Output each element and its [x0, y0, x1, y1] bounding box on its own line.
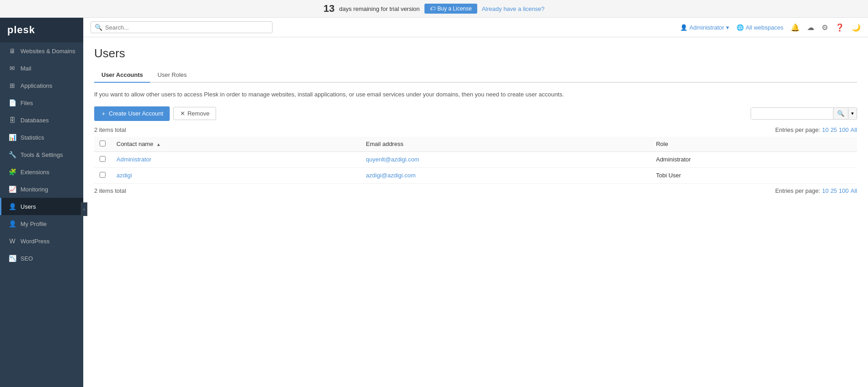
workspace-dropdown[interactable]: 🌐 All webspaces [737, 24, 783, 31]
sidebar-item-label: Tools & Settings [20, 151, 63, 158]
entries-label-top: Entries per page: [775, 126, 820, 133]
already-have-license-link[interactable]: Already have a license? [482, 5, 545, 12]
trial-days-text: days remaining for trial version [339, 5, 420, 12]
items-info-bottom: 2 items total Entries per page: 10 25 10… [94, 187, 857, 194]
sidebar-collapse-button[interactable]: ‹ [81, 202, 87, 216]
sidebar-item-seo[interactable]: 📉 SEO [0, 250, 83, 267]
my-profile-icon: 👤 [9, 220, 16, 227]
page-size-all-bottom[interactable]: All [851, 187, 857, 194]
settings-icon[interactable]: ⚙ [822, 23, 828, 32]
sidebar-item-users[interactable]: 👤 Users [0, 198, 83, 215]
search-input[interactable] [105, 24, 268, 31]
search-icon: 🔍 [95, 24, 102, 31]
table-row: Administrator quyenlt@azdigi.com Adminis… [94, 151, 857, 167]
tab-user-roles[interactable]: User Roles [150, 68, 194, 83]
email-azdigi: azdigi@azdigi.com [360, 167, 651, 183]
info-text: If you want to allow other users to acce… [94, 90, 857, 99]
sidebar-item-label: WordPress [20, 238, 50, 245]
sidebar-item-mail[interactable]: ✉ Mail [0, 60, 83, 77]
table-search-dropdown[interactable]: ▾ [848, 108, 857, 119]
azdigi-name-link[interactable]: azdigi [116, 172, 132, 179]
page-size-25-top[interactable]: 25 [830, 126, 837, 133]
col-contact-name[interactable]: Contact name ▲ [111, 137, 360, 152]
pagination-top: Entries per page: 10 25 100 All [775, 126, 857, 133]
statistics-icon: 📊 [9, 134, 16, 141]
sidebar-item-label: SEO [20, 255, 33, 262]
sidebar-item-monitoring[interactable]: 📈 Monitoring [0, 181, 83, 198]
extensions-icon: 🧩 [9, 168, 16, 176]
sidebar-item-label: Websites & Domains [20, 48, 75, 55]
action-bar: ＋ Create User Account ✕ Remove 🔍 ▾ [94, 106, 857, 121]
row-select-admin[interactable] [100, 156, 106, 162]
page-size-10-top[interactable]: 10 [822, 126, 828, 133]
monitoring-icon: 📈 [9, 186, 16, 193]
databases-icon: 🗄 [9, 116, 16, 124]
page-size-100-top[interactable]: 100 [839, 126, 849, 133]
sidebar-item-label: My Profile [20, 221, 47, 227]
sidebar-item-applications[interactable]: ⊞ Applications [0, 77, 83, 94]
sidebar-item-statistics[interactable]: 📊 Statistics [0, 129, 83, 146]
items-count-top: 2 items total [94, 126, 126, 133]
sidebar-item-label: Monitoring [20, 186, 48, 193]
tools-icon: 🔧 [9, 151, 16, 158]
notifications-icon[interactable]: 🔔 [791, 23, 800, 32]
page-title: Users [94, 46, 857, 60]
sidebar-item-websites-domains[interactable]: 🖥 Websites & Domains [0, 42, 83, 60]
table-search-input[interactable] [751, 108, 833, 119]
row-checkbox-azdigi [94, 167, 111, 183]
trial-bar: 13 days remaining for trial version 🏷 Bu… [0, 0, 868, 18]
contact-name-azdigi: azdigi [111, 167, 360, 183]
sidebar-item-label: Statistics [20, 134, 44, 141]
global-search-box[interactable]: 🔍 [91, 21, 273, 33]
contact-name-admin: Administrator [111, 151, 360, 167]
sidebar-item-databases[interactable]: 🗄 Databases [0, 111, 83, 129]
files-icon: 📄 [9, 99, 16, 106]
table-search-button[interactable]: 🔍 [833, 108, 848, 119]
role-azdigi: Tobi User [651, 167, 857, 183]
workspace-label: All webspaces [746, 24, 783, 31]
entries-label-bottom: Entries per page: [775, 187, 820, 194]
cloud-icon[interactable]: ☁ [807, 23, 814, 32]
email-admin: quyenlt@azdigi.com [360, 151, 651, 167]
azdigi-email-link[interactable]: azdigi@azdigi.com [366, 172, 415, 179]
trial-days-number: 13 [323, 3, 334, 15]
tabs-container: User Accounts User Roles [94, 68, 857, 83]
wordpress-icon: W [9, 237, 16, 245]
remove-button[interactable]: ✕ Remove [173, 107, 216, 120]
sidebar-item-wordpress[interactable]: W WordPress [0, 232, 83, 250]
main-content: Users User Accounts User Roles If you wa… [83, 37, 868, 387]
create-user-account-button[interactable]: ＋ Create User Account [94, 106, 170, 121]
sidebar-item-my-profile[interactable]: 👤 My Profile [0, 215, 83, 232]
websites-domains-icon: 🖥 [9, 47, 16, 55]
workspace-globe-icon: 🌐 [737, 24, 744, 31]
buy-license-button[interactable]: 🏷 Buy a License [424, 4, 477, 14]
page-size-100-bottom[interactable]: 100 [839, 187, 849, 194]
admin-name-link[interactable]: Administrator [116, 156, 151, 163]
help-icon[interactable]: ❓ [835, 23, 844, 32]
sidebar-item-tools-settings[interactable]: 🔧 Tools & Settings [0, 146, 83, 163]
admin-dropdown[interactable]: 👤 Administrator ▾ [680, 24, 729, 31]
admin-email-link[interactable]: quyenlt@azdigi.com [366, 156, 419, 163]
tab-user-accounts[interactable]: User Accounts [94, 68, 150, 83]
seo-icon: 📉 [9, 255, 16, 262]
col-role: Role [651, 137, 857, 152]
sidebar-item-files[interactable]: 📄 Files [0, 94, 83, 111]
pagination-bottom: Entries per page: 10 25 100 All [775, 187, 857, 194]
page-size-10-bottom[interactable]: 10 [822, 187, 828, 194]
theme-icon[interactable]: 🌙 [852, 23, 861, 32]
remove-icon: ✕ [180, 110, 185, 117]
sidebar-item-extensions[interactable]: 🧩 Extensions [0, 163, 83, 181]
page-size-25-bottom[interactable]: 25 [830, 187, 837, 194]
select-all-header [94, 137, 111, 152]
sidebar-item-label: Mail [20, 65, 31, 72]
table-search-box[interactable]: 🔍 ▾ [751, 107, 857, 120]
col-email: Email address [360, 137, 651, 152]
admin-person-icon: 👤 [680, 24, 687, 31]
admin-chevron-icon: ▾ [726, 24, 729, 31]
role-admin: Administrator [651, 151, 857, 167]
sidebar-item-label: Applications [20, 82, 52, 89]
select-all-checkbox[interactable] [100, 141, 106, 146]
row-select-azdigi[interactable] [100, 172, 106, 178]
buy-icon: 🏷 [430, 5, 435, 12]
page-size-all-top[interactable]: All [851, 126, 857, 133]
